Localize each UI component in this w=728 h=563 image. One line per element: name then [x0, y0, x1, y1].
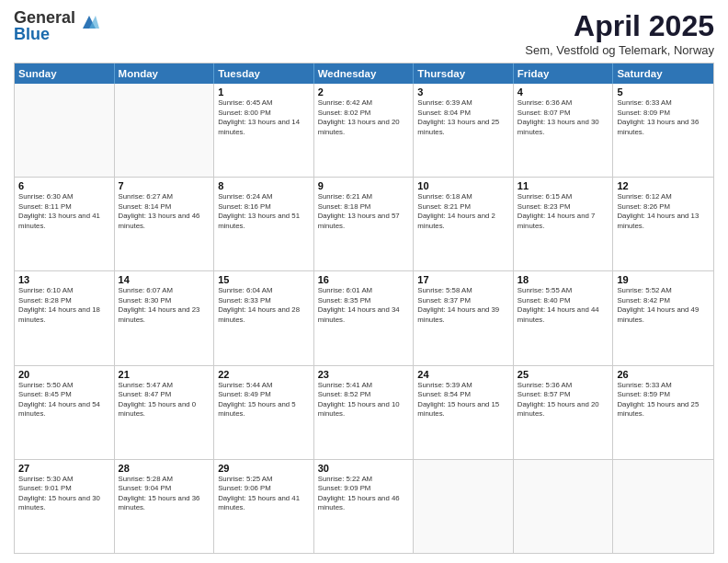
calendar-cell-0-0: [15, 84, 115, 177]
calendar-cell-0-5: 4Sunrise: 6:36 AM Sunset: 8:07 PM Daylig…: [514, 84, 614, 177]
day-number: 10: [417, 180, 509, 191]
day-info: Sunrise: 6:04 AM Sunset: 8:33 PM Dayligh…: [218, 286, 310, 325]
day-number: 30: [318, 463, 410, 474]
day-number: 11: [518, 180, 609, 191]
day-info: Sunrise: 6:07 AM Sunset: 8:30 PM Dayligh…: [119, 286, 210, 325]
calendar-cell-0-2: 1Sunrise: 6:45 AM Sunset: 8:00 PM Daylig…: [214, 84, 314, 177]
day-info: Sunrise: 6:18 AM Sunset: 8:21 PM Dayligh…: [417, 192, 509, 231]
day-info: Sunrise: 5:28 AM Sunset: 9:04 PM Dayligh…: [119, 475, 210, 513]
day-number: 12: [617, 180, 710, 191]
calendar-body: 1Sunrise: 6:45 AM Sunset: 8:00 PM Daylig…: [15, 84, 713, 553]
day-number: 20: [18, 369, 110, 380]
day-info: Sunrise: 5:39 AM Sunset: 8:54 PM Dayligh…: [417, 381, 509, 419]
calendar-row-4: 27Sunrise: 5:30 AM Sunset: 9:01 PM Dayli…: [15, 459, 713, 553]
calendar-cell-4-4: [414, 460, 514, 553]
calendar-cell-2-0: 13Sunrise: 6:10 AM Sunset: 8:28 PM Dayli…: [15, 271, 115, 364]
day-number: 27: [18, 463, 110, 474]
day-info: Sunrise: 6:39 AM Sunset: 8:04 PM Dayligh…: [417, 98, 509, 137]
day-info: Sunrise: 6:12 AM Sunset: 8:26 PM Dayligh…: [617, 192, 710, 231]
day-number: 23: [318, 369, 410, 380]
day-info: Sunrise: 6:30 AM Sunset: 8:11 PM Dayligh…: [18, 192, 110, 231]
calendar-cell-2-3: 16Sunrise: 6:01 AM Sunset: 8:35 PM Dayli…: [314, 271, 415, 364]
day-info: Sunrise: 5:25 AM Sunset: 9:06 PM Dayligh…: [218, 475, 310, 513]
day-number: 25: [518, 369, 609, 380]
day-info: Sunrise: 5:58 AM Sunset: 8:37 PM Dayligh…: [417, 286, 509, 325]
day-number: 16: [318, 274, 410, 285]
calendar-cell-4-0: 27Sunrise: 5:30 AM Sunset: 9:01 PM Dayli…: [15, 460, 115, 553]
day-number: 29: [218, 463, 310, 474]
day-number: 1: [218, 86, 310, 98]
day-info: Sunrise: 5:47 AM Sunset: 8:47 PM Dayligh…: [119, 381, 210, 419]
calendar-cell-4-2: 29Sunrise: 5:25 AM Sunset: 9:06 PM Dayli…: [214, 460, 314, 553]
calendar-cell-2-2: 15Sunrise: 6:04 AM Sunset: 8:33 PM Dayli…: [214, 271, 314, 364]
day-number: 7: [119, 180, 210, 191]
calendar-cell-1-4: 10Sunrise: 6:18 AM Sunset: 8:21 PM Dayli…: [414, 178, 514, 270]
calendar-cell-4-3: 30Sunrise: 5:22 AM Sunset: 9:09 PM Dayli…: [314, 460, 415, 553]
day-number: 5: [617, 86, 710, 98]
logo: General Blue: [14, 9, 99, 42]
calendar-cell-4-1: 28Sunrise: 5:28 AM Sunset: 9:04 PM Dayli…: [115, 460, 215, 553]
day-info: Sunrise: 6:36 AM Sunset: 8:07 PM Dayligh…: [518, 98, 609, 137]
calendar-cell-0-4: 3Sunrise: 6:39 AM Sunset: 8:04 PM Daylig…: [414, 84, 514, 177]
page: General Blue April 2025 Sem, Vestfold og…: [0, 0, 728, 563]
day-number: 14: [119, 274, 210, 285]
day-info: Sunrise: 5:52 AM Sunset: 8:42 PM Dayligh…: [617, 286, 710, 325]
calendar-cell-3-4: 24Sunrise: 5:39 AM Sunset: 8:54 PM Dayli…: [414, 366, 514, 459]
subtitle: Sem, Vestfold og Telemark, Norway: [525, 43, 714, 57]
calendar: SundayMondayTuesdayWednesdayThursdayFrid…: [14, 63, 714, 554]
day-info: Sunrise: 6:01 AM Sunset: 8:35 PM Dayligh…: [318, 286, 410, 325]
header: General Blue April 2025 Sem, Vestfold og…: [14, 9, 714, 57]
day-info: Sunrise: 5:33 AM Sunset: 8:59 PM Dayligh…: [617, 381, 710, 419]
day-number: 28: [119, 463, 210, 474]
day-info: Sunrise: 5:36 AM Sunset: 8:57 PM Dayligh…: [518, 381, 609, 419]
calendar-cell-3-2: 22Sunrise: 5:44 AM Sunset: 8:49 PM Dayli…: [214, 366, 314, 459]
calendar-cell-3-6: 26Sunrise: 5:33 AM Sunset: 8:59 PM Dayli…: [613, 366, 713, 459]
day-number: 24: [417, 369, 509, 380]
day-info: Sunrise: 6:24 AM Sunset: 8:16 PM Dayligh…: [218, 192, 310, 231]
calendar-cell-3-0: 20Sunrise: 5:50 AM Sunset: 8:45 PM Dayli…: [15, 366, 115, 459]
day-number: 9: [318, 180, 410, 191]
calendar-cell-2-1: 14Sunrise: 6:07 AM Sunset: 8:30 PM Dayli…: [115, 271, 215, 364]
calendar-row-2: 13Sunrise: 6:10 AM Sunset: 8:28 PM Dayli…: [15, 270, 713, 364]
calendar-cell-0-3: 2Sunrise: 6:42 AM Sunset: 8:02 PM Daylig…: [314, 84, 415, 177]
calendar-cell-4-6: [613, 460, 713, 553]
calendar-cell-1-5: 11Sunrise: 6:15 AM Sunset: 8:23 PM Dayli…: [514, 178, 614, 270]
day-number: 18: [518, 274, 609, 285]
day-info: Sunrise: 5:41 AM Sunset: 8:52 PM Dayligh…: [318, 381, 410, 419]
calendar-cell-4-5: [514, 460, 614, 553]
day-number: 21: [119, 369, 210, 380]
calendar-cell-2-5: 18Sunrise: 5:55 AM Sunset: 8:40 PM Dayli…: [514, 271, 614, 364]
calendar-row-3: 20Sunrise: 5:50 AM Sunset: 8:45 PM Dayli…: [15, 365, 713, 459]
day-info: Sunrise: 6:10 AM Sunset: 8:28 PM Dayligh…: [18, 286, 110, 325]
day-info: Sunrise: 6:33 AM Sunset: 8:09 PM Dayligh…: [617, 98, 710, 137]
header-day-wednesday: Wednesday: [314, 63, 415, 84]
logo-blue: Blue: [14, 26, 75, 42]
day-number: 17: [417, 274, 509, 285]
title-block: April 2025 Sem, Vestfold og Telemark, No…: [525, 9, 714, 57]
header-day-sunday: Sunday: [15, 63, 115, 84]
header-day-tuesday: Tuesday: [214, 63, 314, 84]
calendar-cell-3-5: 25Sunrise: 5:36 AM Sunset: 8:57 PM Dayli…: [514, 366, 614, 459]
calendar-row-0: 1Sunrise: 6:45 AM Sunset: 8:00 PM Daylig…: [15, 84, 713, 177]
calendar-row-1: 6Sunrise: 6:30 AM Sunset: 8:11 PM Daylig…: [15, 177, 713, 270]
day-info: Sunrise: 6:21 AM Sunset: 8:18 PM Dayligh…: [318, 192, 410, 231]
calendar-header: SundayMondayTuesdayWednesdayThursdayFrid…: [15, 63, 713, 84]
day-info: Sunrise: 6:27 AM Sunset: 8:14 PM Dayligh…: [119, 192, 210, 231]
day-info: Sunrise: 6:15 AM Sunset: 8:23 PM Dayligh…: [518, 192, 609, 231]
calendar-cell-1-1: 7Sunrise: 6:27 AM Sunset: 8:14 PM Daylig…: [115, 178, 215, 270]
day-number: 22: [218, 369, 310, 380]
day-number: 4: [518, 86, 609, 98]
day-info: Sunrise: 5:30 AM Sunset: 9:01 PM Dayligh…: [18, 475, 110, 513]
day-info: Sunrise: 5:50 AM Sunset: 8:45 PM Dayligh…: [18, 381, 110, 419]
day-number: 6: [18, 180, 110, 191]
header-day-monday: Monday: [115, 63, 215, 84]
day-number: 2: [318, 86, 410, 98]
day-info: Sunrise: 6:45 AM Sunset: 8:00 PM Dayligh…: [218, 98, 310, 137]
calendar-cell-3-1: 21Sunrise: 5:47 AM Sunset: 8:47 PM Dayli…: [115, 366, 215, 459]
day-info: Sunrise: 6:42 AM Sunset: 8:02 PM Dayligh…: [318, 98, 410, 137]
day-info: Sunrise: 5:55 AM Sunset: 8:40 PM Dayligh…: [518, 286, 609, 325]
logo-general: General: [14, 9, 75, 26]
day-info: Sunrise: 5:22 AM Sunset: 9:09 PM Dayligh…: [318, 475, 410, 513]
calendar-cell-0-1: [115, 84, 215, 177]
calendar-cell-3-3: 23Sunrise: 5:41 AM Sunset: 8:52 PM Dayli…: [314, 366, 415, 459]
